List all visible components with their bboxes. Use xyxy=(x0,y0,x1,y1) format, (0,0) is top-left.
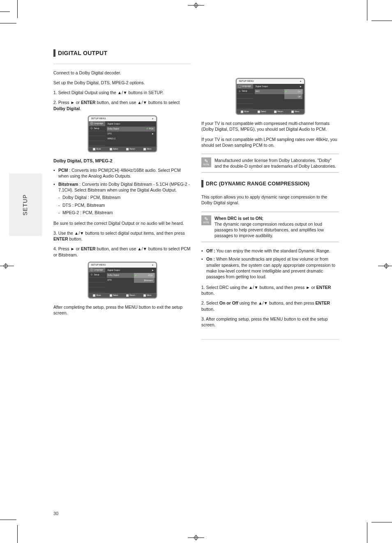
step-1: 1. Select Digital Output using the ▲/▼ b… xyxy=(53,90,191,95)
move-select-icon: ✦ xyxy=(300,80,302,83)
section-heading: DIGITAL OUTPUT xyxy=(53,49,191,57)
right-column: SETUP MENU ✦ Language Setup xyxy=(201,78,339,340)
drc-step-3: 3. After completing setup, press the MEN… xyxy=(201,316,339,328)
key-icon: ▣ xyxy=(241,111,243,113)
osd-mock-drc: SETUP MENU ✦ Language Setup xyxy=(236,78,305,115)
note-text: The dynamic range compression reduces ou… xyxy=(214,222,324,238)
osd-title: SETUP MENU xyxy=(239,80,254,83)
osd-tab-setup: Setup xyxy=(89,273,105,277)
divider xyxy=(201,339,339,340)
note-icon: ✎NOTE xyxy=(201,157,211,167)
option-bitstream: Bitstream : Converts into Dolby Digital … xyxy=(53,181,191,215)
osd-menu-row xyxy=(107,141,155,146)
osd-option-item: Off xyxy=(284,94,302,99)
osd-tab-blank xyxy=(237,104,253,109)
svg-point-8 xyxy=(238,85,240,87)
key-icon: ▣ xyxy=(143,148,146,150)
osd-footer: ▣Move ▣Select ▣Return ▣Menu xyxy=(237,109,304,114)
digital-output-options: PCM : Converts into PCM(2CH) 48kHz/16Bit… xyxy=(53,167,191,215)
osd-tab-language: Language xyxy=(89,121,105,126)
osd-tab-language: Language xyxy=(89,268,105,273)
key-icon: ▣ xyxy=(93,294,95,297)
osd-footer: ▣Move ▣Select ▣Return ▣Menu xyxy=(89,147,156,151)
osd-left-tabs: Language Setup xyxy=(89,121,105,147)
osd-foot-move: ▣Move xyxy=(89,293,106,298)
gear-icon xyxy=(90,273,93,276)
osd-menu-row xyxy=(255,99,303,104)
globe-icon xyxy=(238,85,241,88)
osd-foot-menu: ▣Menu xyxy=(139,293,156,298)
osd-option-popup: ✔ PCM Bitstream xyxy=(134,273,154,283)
section-tab: SETUP xyxy=(9,173,42,236)
osd-option-item: ✔ On xyxy=(284,89,302,94)
check-icon: ✔ xyxy=(146,127,148,130)
chevron-right-icon: ▶ xyxy=(152,132,154,135)
osd-menu-row: Digital Output xyxy=(107,122,155,127)
key-icon: ▣ xyxy=(258,111,260,113)
osd-menu-row: Dolby Digital ✔ PCM xyxy=(107,127,155,132)
heading-text: DIGITAL OUTPUT xyxy=(58,49,107,57)
osd-left-tabs: Language Setup xyxy=(237,84,253,109)
osd-titlebar: SETUP MENU ✦ xyxy=(89,263,156,268)
osd-menu-list: Digital Output ▶ Dolby Digital ✔ PCM xyxy=(105,268,156,293)
crop-mark xyxy=(17,525,18,543)
osd-menu-row: DTS ▶ xyxy=(107,132,155,136)
note-drc-on: ✎NOTE When DRC is set to ON; The dynamic… xyxy=(201,212,339,243)
heading-bar-icon xyxy=(53,49,55,57)
chevron-right-icon: ▶ xyxy=(152,269,154,272)
drc-options: Off : You can enjoy the movie with the s… xyxy=(201,248,339,280)
osd-titlebar: SETUP MENU ✦ xyxy=(89,116,156,121)
globe-icon xyxy=(90,122,93,125)
registration-mark-icon xyxy=(188,2,204,8)
crop-mark xyxy=(0,23,16,23)
osd-option-item: ✔ PCM xyxy=(134,273,154,278)
osd-tab-blank xyxy=(89,141,105,146)
crop-mark xyxy=(367,0,367,21)
osd-tab-setup: Setup xyxy=(89,126,105,131)
osd-tab-blank xyxy=(89,136,105,141)
drc-step-1: 1. Select DRC using the ▲/▼ buttons, and… xyxy=(201,284,339,296)
registration-mark-icon xyxy=(378,263,392,269)
after-setup-note: After completing the setup, press the ME… xyxy=(53,304,191,316)
step-4: 4. Press ► or ENTER button, and then use… xyxy=(53,246,191,257)
drc-step-2: 2. Select On or Off using the ▲/▼ button… xyxy=(201,300,339,312)
sub-item: Dolby Digital : PCM, Bitstream xyxy=(58,194,191,200)
bitstream-sublist: Dolby Digital : PCM, Bitstream DTS : PCM… xyxy=(58,194,191,215)
note-text: Manufactured under license from Dolby La… xyxy=(214,158,336,169)
osd-tab-blank xyxy=(89,277,105,282)
osd-foot-move: ▣Move xyxy=(237,110,254,114)
note-dolby-trademark: ✎NOTE Manufactured under license from Do… xyxy=(201,154,339,173)
osd-titlebar: SETUP MENU ✦ xyxy=(237,79,304,84)
osd-menu-row: Digital Output ▶ xyxy=(255,84,303,89)
osd-foot-return: ▣Return xyxy=(122,293,139,298)
osd-mock-pcm-bitstream: SETUP MENU ✦ Language Setup xyxy=(88,262,157,298)
crop-mark xyxy=(0,520,16,520)
crop-mark xyxy=(367,522,367,543)
drc-description: This option allows you to apply dynamic … xyxy=(201,194,339,206)
svg-point-1 xyxy=(91,128,92,129)
osd-menu-row: Digital Output ▶ xyxy=(107,268,155,273)
section-tab-label: SETUP xyxy=(22,194,30,215)
osd-tab-blank xyxy=(237,94,253,99)
osd-foot-menu: ▣Menu xyxy=(287,110,304,114)
note-icon: ✎NOTE xyxy=(201,215,211,225)
step-3: 3. Use the ▲/▼ buttons to select digital… xyxy=(53,230,191,242)
subsection-heading: Dolby Digital, DTS, MPEG-2 xyxy=(53,158,191,164)
osd-menu-row xyxy=(255,104,303,109)
move-select-icon: ✦ xyxy=(152,117,154,120)
crop-mark xyxy=(371,21,392,21)
warning-text: Be sure to select the correct Digital Ou… xyxy=(53,220,191,226)
key-icon: ▣ xyxy=(110,294,112,297)
gear-icon xyxy=(90,127,93,130)
osd-footer: ▣Move ▣Select ▣Return ▣Menu xyxy=(89,293,156,298)
gear-icon xyxy=(238,90,241,93)
compat-note-2: If your TV is not compatible with LPCM s… xyxy=(201,136,339,148)
key-icon: ▣ xyxy=(93,148,95,150)
registration-mark-icon xyxy=(0,263,14,269)
registration-mark-icon xyxy=(188,535,204,541)
check-icon: ✔ xyxy=(285,90,287,93)
key-icon: ▣ xyxy=(291,111,294,113)
osd-menu-row: MPEG-2 xyxy=(107,136,155,141)
osd-title: SETUP MENU xyxy=(91,263,106,266)
osd-left-tabs: Language Setup xyxy=(89,268,105,293)
